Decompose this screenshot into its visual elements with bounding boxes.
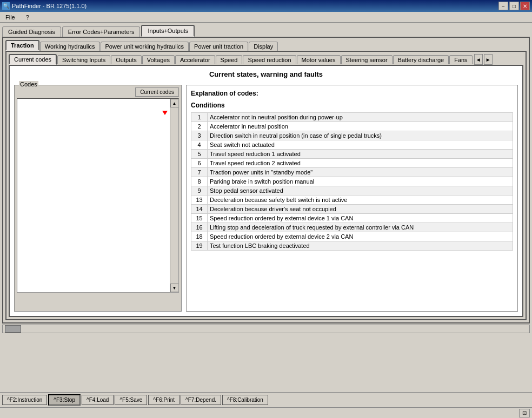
title-bar-left: 🔍 PathFinder - BR 1275(1.1.0) [2,2,87,10]
f3-stop-button[interactable]: ^F3:Stop [48,394,81,406]
tab-fans[interactable]: Fans [449,55,472,64]
minimize-button[interactable]: − [498,2,508,10]
title-bar-text: PathFinder - BR 1275(1.1.0) [12,3,87,9]
f5-save-button[interactable]: ^F5:Save [115,395,147,405]
top-tab-bar: Guided Diagnosis Error Codes+Parameters … [2,25,530,37]
tab-next-button[interactable]: ► [484,54,493,65]
condition-number: 6 [191,159,208,168]
menu-bar: File ? [0,12,532,23]
explanation-box: Explanation of codes: Conditions 1Accele… [186,85,518,312]
condition-number: 9 [191,186,208,195]
condition-number: 15 [191,214,208,223]
condition-text: Seat switch not actuated [208,140,513,150]
tab-error-codes[interactable]: Error Codes+Parameters [62,26,141,37]
table-row: 16Lifting stop and deceleration of truck… [191,223,513,232]
condition-text: Speed reduction ordered by external devi… [208,232,513,241]
tab-power-unit-traction[interactable]: Power unit traction [189,42,248,51]
maximize-button[interactable]: □ [509,2,519,10]
tab-speed[interactable]: Speed [216,55,243,64]
tab-switching-inputs[interactable]: Switching Inputs [57,55,110,64]
tab-guided-diagnosis[interactable]: Guided Diagnosis [2,26,61,37]
condition-number: 7 [191,168,208,177]
condition-number: 1 [191,113,208,122]
scroll-up-button[interactable]: ▲ [170,99,179,107]
codes-layout: Codes Current codes ▲ ▼ [14,85,518,312]
table-row: 8Parking brake in switch position manual [191,177,513,186]
condition-text: Travel speed reduction 2 activated [208,159,513,168]
scroll-down-button[interactable]: ▼ [170,284,179,292]
sub-tab-bar: Traction Working hydraulics Power unit w… [5,40,527,51]
tab-motor-values[interactable]: Motor values [297,55,341,64]
tab-inputs-outputs[interactable]: Inputs+Outputs [141,25,195,37]
codes-list-area[interactable]: ▲ ▼ [17,98,179,293]
explanation-title: Explanation of codes: [191,90,513,97]
table-row: 4Seat switch not actuated [191,140,513,150]
menu-file[interactable]: File [2,13,18,22]
main-panel: Traction Working hydraulics Power unit w… [2,37,530,323]
explanation-subtitle: Conditions [191,102,513,109]
condition-text: Deceleration because driver's seat not o… [208,205,513,214]
table-row: 3Direction switch in neutral position (i… [191,131,513,140]
f8-calibration-button[interactable]: ^F8:Calibration [222,395,268,405]
table-row: 9Stop pedal sensor activated [191,186,513,195]
table-row: 7Traction power units in "standby mode" [191,168,513,177]
f7-depend-button[interactable]: ^F7:Depend. [181,395,221,405]
table-row: 1Accelerator not in neutral position dur… [191,113,513,122]
condition-text: Traction power units in "standby mode" [208,168,513,177]
menu-help[interactable]: ? [23,13,32,22]
f4-load-button[interactable]: ^F4:Load [82,395,114,405]
tab-current-codes[interactable]: Current codes [9,54,57,65]
f6-print-button[interactable]: ^F6:Print [148,395,179,405]
tab-steering-sensor[interactable]: Steering sensor [341,55,393,64]
tab-display[interactable]: Display [249,42,278,51]
horizontal-scrollbar[interactable] [2,325,530,333]
condition-text: Accelerator not in neutral position duri… [208,113,513,122]
table-row: 5Travel speed reduction 1 activated [191,150,513,159]
title-bar: 🔍 PathFinder - BR 1275(1.1.0) − □ ✕ [0,0,532,12]
tab-prev-button[interactable]: ◄ [474,54,483,65]
app-icon: 🔍 [2,2,10,10]
condition-number: 4 [191,140,208,150]
table-row: 14Deceleration because driver's seat not… [191,205,513,214]
condition-number: 16 [191,223,208,232]
condition-number: 5 [191,150,208,159]
tab-voltages[interactable]: Voltages [142,55,175,64]
codes-scrollbar[interactable]: ▲ ▼ [170,99,178,292]
condition-text: Speed reduction ordered by external devi… [208,214,513,223]
codes-label: Codes [19,81,38,87]
f2-instruction-button[interactable]: ^F2:Instruction [2,395,47,405]
condition-number: 19 [191,241,208,251]
h-scroll-thumb[interactable] [5,325,21,333]
table-row: 6Travel speed reduction 2 activated [191,159,513,168]
table-row: 15Speed reduction ordered by external de… [191,214,513,223]
tab-traction[interactable]: Traction [5,40,39,51]
condition-text: Lifting stop and deceleration of truck r… [208,223,513,232]
tab-outputs[interactable]: Outputs [111,55,142,64]
tab-accelerator[interactable]: Accelerator [175,55,215,64]
main-content: Guided Diagnosis Error Codes+Parameters … [0,23,532,335]
condition-number: 18 [191,232,208,241]
tab-working-hydraulics[interactable]: Working hydraulics [40,42,100,51]
sub-tab-content: Current codes Switching Inputs Outputs V… [5,51,527,320]
condition-number: 14 [191,205,208,214]
tab-power-unit-working[interactable]: Power unit working hydraulics [101,42,189,51]
status-bar: ⊡ [0,407,532,418]
close-button[interactable]: ✕ [520,2,530,10]
explanation-inner: Explanation of codes: Conditions 1Accele… [187,85,517,255]
status-resize-button[interactable]: ⊡ [519,409,530,417]
condition-text: Stop pedal sensor activated [208,186,513,195]
current-codes-button[interactable]: Current codes [135,87,179,97]
inner-tab-bar: Current codes Switching Inputs Outputs V… [9,54,523,65]
tab-speed-reduction[interactable]: Speed reduction [243,55,296,64]
condition-text: Direction switch in neutral position (in… [208,131,513,140]
red-indicator [162,111,168,115]
tab-battery-discharge[interactable]: Battery discharge [393,55,449,64]
condition-text: Test function LBC braking deactivated [208,241,513,251]
table-row: 13Deceleration because safety belt switc… [191,195,513,205]
table-row: 2Accelerator in neutral position [191,122,513,131]
table-row: 19Test function LBC braking deactivated [191,241,513,251]
condition-text: Deceleration because safety belt switch … [208,195,513,205]
condition-text: Parking brake in switch position manual [208,177,513,186]
bottom-toolbar: ^F2:Instruction ^F3:Stop ^F4:Load ^F5:Sa… [0,392,532,407]
title-bar-buttons: − □ ✕ [498,2,530,10]
